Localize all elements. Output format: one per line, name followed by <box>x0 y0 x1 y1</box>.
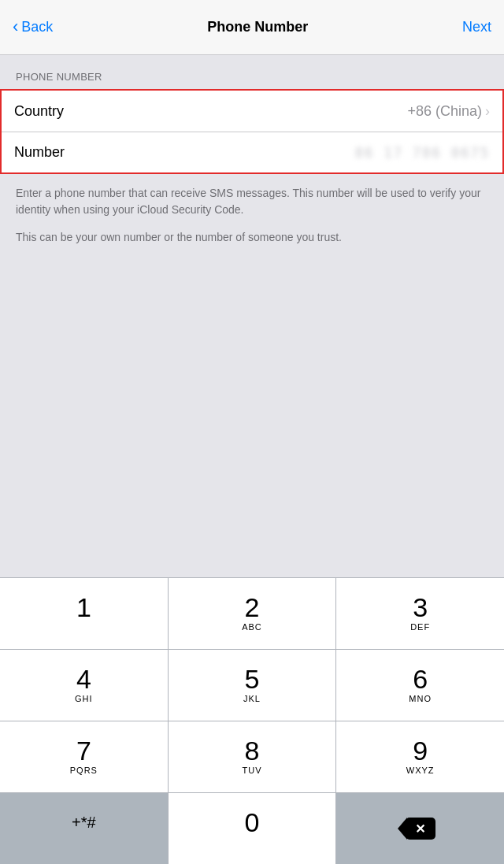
key-5[interactable]: 5 JKL <box>169 650 337 721</box>
keyboard-row-4: +*# 0 ✕ <box>0 792 504 864</box>
key-symbols[interactable]: +*# <box>0 793 169 864</box>
country-label: Country <box>14 103 101 120</box>
key-2[interactable]: 2 ABC <box>169 578 337 649</box>
key-9[interactable]: 9 WXYZ <box>336 721 504 792</box>
chevron-right-icon: › <box>485 103 490 120</box>
keyboard-row-1: 1 2 ABC 3 DEF <box>0 577 504 649</box>
next-button[interactable]: Next <box>462 19 491 35</box>
back-label: Back <box>21 19 53 35</box>
page-title: Phone Number <box>207 19 308 35</box>
navigation-bar: ‹ Back Phone Number Next <box>0 0 504 55</box>
key-4[interactable]: 4 GHI <box>0 650 169 721</box>
number-value: 86 17 786 0675 <box>101 145 490 161</box>
back-button[interactable]: ‹ Back <box>13 17 53 37</box>
helper-line2: This can be your own number or the numbe… <box>16 229 488 246</box>
key-7[interactable]: 7 PQRS <box>0 721 169 792</box>
key-6[interactable]: 6 MNO <box>336 650 504 721</box>
phone-form-card: Country +86 (China) › Number 86 17 786 0… <box>0 89 504 174</box>
delete-icon: ✕ <box>406 818 435 840</box>
number-blurred: 86 17 786 0675 <box>355 145 490 161</box>
country-row[interactable]: Country +86 (China) › <box>2 91 502 132</box>
key-1[interactable]: 1 <box>0 578 169 649</box>
section-label: PHONE NUMBER <box>0 55 504 89</box>
numeric-keyboard: 1 2 ABC 3 DEF 4 GHI 5 JKL 6 MNO 7 PQRS <box>0 577 504 864</box>
key-8[interactable]: 8 TUV <box>169 721 337 792</box>
key-3[interactable]: 3 DEF <box>336 578 504 649</box>
number-row[interactable]: Number 86 17 786 0675 <box>2 132 502 172</box>
key-0[interactable]: 0 <box>169 793 337 864</box>
helper-text: Enter a phone number that can receive SM… <box>0 174 504 246</box>
key-delete[interactable]: ✕ <box>336 793 504 864</box>
chevron-left-icon: ‹ <box>13 17 18 37</box>
helper-line1: Enter a phone number that can receive SM… <box>16 185 488 218</box>
keyboard-row-3: 7 PQRS 8 TUV 9 WXYZ <box>0 721 504 792</box>
number-label: Number <box>14 144 101 161</box>
keyboard-row-2: 4 GHI 5 JKL 6 MNO <box>0 649 504 721</box>
country-value: +86 (China) › <box>101 103 490 120</box>
